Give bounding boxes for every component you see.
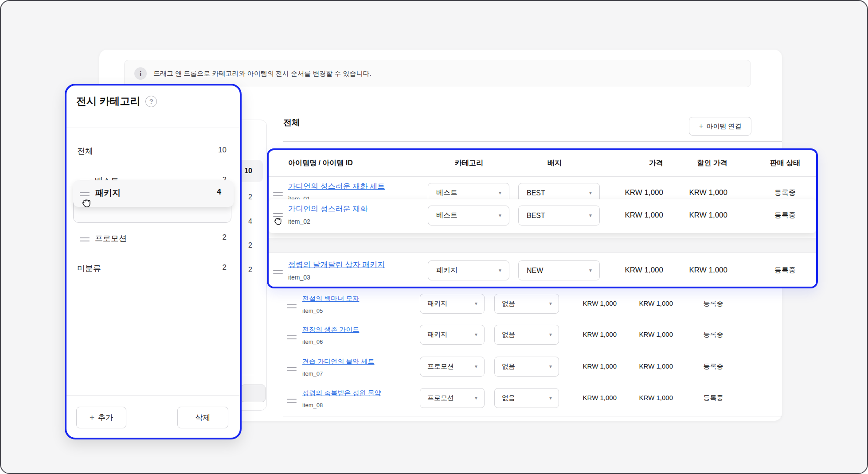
divider xyxy=(66,128,240,128)
discount-price: KRW 1,000 xyxy=(619,330,673,338)
price: KRW 1,000 xyxy=(563,330,617,338)
table-row: 정령의 축복받은 정원 물약 item_08 프로모션▼ 없음▼ KRW 1,0… xyxy=(283,388,782,415)
category-select[interactable]: 패키지▼ xyxy=(428,260,509,280)
item-id: item_07 xyxy=(302,370,323,377)
category-select[interactable]: 프로모션▼ xyxy=(420,357,485,377)
item-name-link[interactable]: 정령의 축복받은 정원 물약 xyxy=(302,389,381,397)
category-select[interactable]: 패키지▼ xyxy=(420,294,485,314)
price: KRW 1,000 xyxy=(610,188,663,197)
discount-price: KRW 1,000 xyxy=(619,394,673,401)
price: KRW 1,000 xyxy=(563,394,617,401)
item-id: item_02 xyxy=(288,218,310,225)
chevron-down-icon: ▼ xyxy=(498,190,502,195)
item-id: item_06 xyxy=(302,338,323,345)
table-row: 견습 가디언의 물약 세트 item_07 프로모션▼ 없음▼ KRW 1,00… xyxy=(283,356,782,384)
column-header-category: 카테고리 xyxy=(425,159,513,168)
discount-price: KRW 1,000 xyxy=(619,362,673,370)
link-item-button[interactable]: + 아이템 연결 xyxy=(689,117,751,136)
table-row: 전설의 백마녀 모자 item_05 패키지▼ 없음▼ KRW 1,000 KR… xyxy=(283,293,782,321)
drop-indicator xyxy=(269,238,816,253)
info-banner-text: 드래그 앤 드롭으로 카테고리와 아이템의 전시 순서를 변경할 수 있습니다. xyxy=(153,70,371,78)
chevron-down-icon: ▼ xyxy=(588,213,593,218)
item-id: item_08 xyxy=(302,402,323,408)
item-name-link[interactable]: 가디언의 성스러운 재화 세트 xyxy=(288,181,385,191)
info-icon: i xyxy=(134,67,147,80)
discount-price: KRW 1,000 xyxy=(674,266,727,275)
dragged-category-item-package[interactable]: 패키지 4 xyxy=(73,180,234,207)
category-item-uncategorized[interactable]: 미분류 2 xyxy=(66,258,240,279)
discount-price: KRW 1,000 xyxy=(619,299,673,307)
link-item-button-label: 아이템 연결 xyxy=(706,122,741,131)
column-header-badge: 배지 xyxy=(510,159,599,168)
chevron-down-icon: ▼ xyxy=(474,364,478,369)
chevron-down-icon: ▼ xyxy=(474,396,478,400)
chevron-down-icon: ▼ xyxy=(548,301,553,306)
badge-select[interactable]: 없음▼ xyxy=(494,357,559,377)
chevron-down-icon: ▼ xyxy=(498,268,502,273)
chevron-down-icon: ▼ xyxy=(548,364,553,369)
plus-icon: + xyxy=(90,413,94,423)
item-name-link[interactable]: 전설의 백마녀 모자 xyxy=(302,295,359,303)
help-icon[interactable]: ? xyxy=(145,96,157,107)
sale-status: 등록중 xyxy=(691,394,735,402)
drag-handle-icon[interactable] xyxy=(287,365,297,371)
category-select[interactable]: 베스트▼ xyxy=(428,206,509,225)
price: KRW 1,000 xyxy=(563,362,617,370)
category-select[interactable]: 패키지▼ xyxy=(420,325,485,345)
discount-price: KRW 1,000 xyxy=(674,188,727,197)
item-name-link[interactable]: 가디언의 성스러운 재화 xyxy=(288,204,368,214)
sale-status: 등록중 xyxy=(756,188,814,198)
grab-cursor-icon xyxy=(272,215,284,229)
delete-category-button[interactable]: 삭제 xyxy=(177,407,228,428)
drag-handle-icon[interactable] xyxy=(287,333,297,339)
sale-status: 등록중 xyxy=(691,362,735,371)
grab-cursor-icon xyxy=(80,196,93,211)
drag-handle-icon[interactable] xyxy=(287,302,297,308)
drag-handle-icon[interactable] xyxy=(273,268,283,274)
sale-status: 등록중 xyxy=(756,266,814,275)
divider xyxy=(283,141,782,142)
divider xyxy=(283,416,782,416)
category-item-promotion[interactable]: 프로모션 2 xyxy=(66,228,240,249)
chevron-down-icon: ▼ xyxy=(588,268,593,273)
item-name-link[interactable]: 견습 가디언의 물약 세트 xyxy=(302,357,375,366)
items-section-title: 전체 xyxy=(283,117,300,128)
badge-select[interactable]: 없음▼ xyxy=(494,388,559,408)
discount-price: KRW 1,000 xyxy=(674,211,727,220)
category-item-all[interactable]: 전체 10 xyxy=(66,141,240,161)
category-count: 4 xyxy=(217,187,221,197)
category-select[interactable]: 프로모션▼ xyxy=(420,388,485,408)
admin-page: i 드래그 앤 드롭으로 카테고리와 아이템의 전시 순서를 변경할 수 있습니… xyxy=(0,0,868,474)
item-name-link[interactable]: 정령의 날개달린 상자 패키지 xyxy=(288,260,385,270)
drag-handle-icon[interactable] xyxy=(80,235,90,241)
highlighted-item-table: 아이템명 / 아이템 ID 카테고리 배지 가격 할인 가격 판매 상태 가디언… xyxy=(267,148,818,288)
category-count: 2 xyxy=(223,233,227,242)
dragged-table-row[interactable]: 가디언의 성스러운 재화 item_02 베스트▼ BEST▼ KRW 1,00… xyxy=(269,199,816,233)
sale-status: 등록중 xyxy=(691,330,735,339)
drag-handle-icon[interactable] xyxy=(273,190,283,196)
column-header-price: 가격 xyxy=(619,159,663,168)
price: KRW 1,000 xyxy=(610,266,663,275)
price: KRW 1,000 xyxy=(610,211,663,220)
add-category-button[interactable]: + 추가 xyxy=(76,407,126,428)
sale-status: 등록중 xyxy=(756,211,814,220)
partial-delete-button[interactable] xyxy=(241,385,266,402)
drag-handle-icon[interactable] xyxy=(80,190,90,196)
badge-select[interactable]: 없음▼ xyxy=(494,294,559,314)
item-name-link[interactable]: 전장의 생존 가이드 xyxy=(302,326,359,334)
table-header: 아이템명 / 아이템 ID 카테고리 배지 가격 할인 가격 판매 상태 xyxy=(269,150,816,177)
column-header-status: 판매 상태 xyxy=(756,159,814,168)
badge-select[interactable]: 없음▼ xyxy=(494,325,559,345)
category-count: 10 xyxy=(218,146,227,155)
drag-handle-icon[interactable] xyxy=(287,396,297,403)
display-category-panel: 전시 카테고리 ? 전체 10 베스트 2 패키지 4 프로모션 2 미 xyxy=(65,84,242,439)
info-banner: i 드래그 앤 드롭으로 카테고리와 아이템의 전시 순서를 변경할 수 있습니… xyxy=(124,60,751,87)
item-id: item_03 xyxy=(288,274,310,281)
item-id: item_05 xyxy=(302,307,323,314)
chevron-down-icon: ▼ xyxy=(548,396,553,400)
panel-title: 전시 카테고리 ? xyxy=(76,94,157,108)
badge-select[interactable]: BEST▼ xyxy=(518,206,600,225)
chevron-down-icon: ▼ xyxy=(588,190,593,195)
badge-select[interactable]: NEW▼ xyxy=(518,260,600,280)
plus-icon: + xyxy=(699,122,703,131)
